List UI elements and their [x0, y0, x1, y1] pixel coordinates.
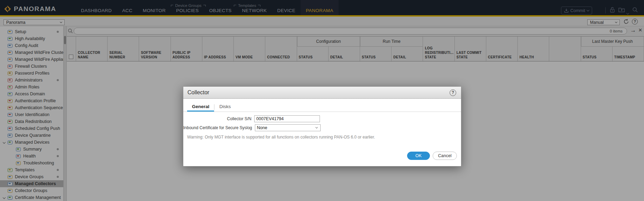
- dialog-form: Collector S/N Inbound Certificate for Se…: [183, 112, 461, 140]
- dialog-actions: OK Cancel: [407, 152, 457, 160]
- collector-sn-input[interactable]: [254, 115, 320, 122]
- tab-disks[interactable]: Disks: [214, 103, 236, 112]
- ok-button[interactable]: OK: [407, 152, 430, 160]
- dialog-warning-text: Warning: Only MGT interface is supported…: [187, 135, 461, 140]
- chevron-down-icon: [315, 126, 318, 128]
- inbound-cert-select[interactable]: None: [255, 124, 321, 131]
- dialog-titlebar: Collector ?: [183, 87, 461, 99]
- dialog-tabs: General Disks: [183, 99, 461, 112]
- dialog-title: Collector: [187, 89, 209, 95]
- cancel-button[interactable]: Cancel: [433, 152, 457, 160]
- inbound-cert-label: Inbound Certificate for Secure Syslog: [183, 125, 255, 130]
- inbound-cert-value: None: [257, 125, 267, 130]
- tab-general[interactable]: General: [187, 103, 214, 112]
- dialog-help-icon[interactable]: ?: [450, 89, 456, 96]
- collector-dialog: Collector ? General Disks Collector S/N …: [183, 86, 461, 166]
- collector-sn-label: Collector S/N: [183, 116, 254, 121]
